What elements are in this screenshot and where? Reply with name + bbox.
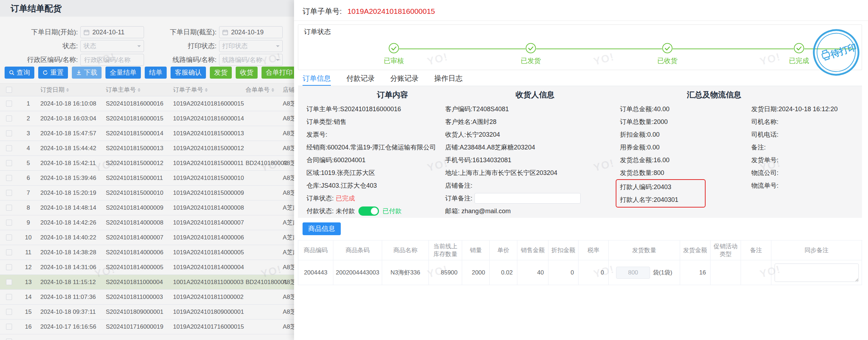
start-date-input[interactable] (80, 26, 144, 38)
settle-button[interactable]: 结单 (145, 67, 167, 79)
logistics-field: 发货单号: (751, 154, 861, 166)
end-date-input[interactable] (219, 26, 283, 38)
pay-status-toggle[interactable] (358, 206, 379, 216)
calendar-icon (222, 29, 228, 35)
tab-2[interactable]: 分账记录 (390, 73, 419, 86)
summary-field: 发货总数量:800 (620, 166, 747, 179)
table-row[interactable]: 72024-10-18 15:20:19S2024101815000010101… (0, 186, 294, 200)
table-row[interactable]: 32024-10-18 15:47:57S2024101815000014101… (0, 126, 294, 141)
row-checkbox[interactable] (0, 264, 18, 270)
table-row[interactable] (0, 334, 294, 340)
product-column-header: 税率 (579, 240, 609, 260)
table-row[interactable]: 92024-10-18 14:42:26S2024101814000008101… (0, 215, 294, 230)
tab-0[interactable]: 订单信息 (303, 73, 331, 86)
cell-main-no: S2024101811000004 (104, 279, 172, 286)
column-header-order-date[interactable]: 订货日期 (39, 86, 104, 94)
product-table: 商品编码商品条码商品名称当前线上库存数量销量单价销售金额折扣金额税率发货数量发货… (298, 240, 862, 285)
cell-sub-no: 1019A2024101815000012 (172, 145, 244, 152)
row-checkbox[interactable] (0, 279, 18, 285)
start-date-value[interactable] (92, 28, 141, 36)
cell-store-name: A芝麻 (281, 204, 294, 212)
sort-caret-icon[interactable] (205, 87, 208, 93)
table-row[interactable]: 162024-10-17 16:16:56S202410171600001910… (0, 319, 294, 334)
print-status-select[interactable]: 打印状态 (219, 40, 283, 52)
row-checkbox[interactable] (0, 145, 18, 151)
cell-store-name: A8芝麻 (281, 174, 294, 182)
cell-sub-no: 1019A2024101716000015 (172, 323, 244, 330)
district-input[interactable] (80, 54, 144, 66)
select-all-checkbox[interactable] (0, 87, 18, 93)
cell-sub-no: 1019A2024101815000011 (172, 160, 244, 167)
row-checkbox[interactable] (0, 339, 18, 340)
cell-row-index: 8 (18, 204, 39, 211)
service-confirm-button[interactable]: 客服确认 (171, 67, 206, 79)
search-button[interactable]: 查询 (5, 67, 34, 79)
merge-print-button[interactable]: 合单打印 (261, 67, 297, 79)
sort-caret-icon[interactable] (271, 87, 274, 93)
cell-row-index: 2 (18, 115, 39, 122)
order-content-field: 订单类型:销售 (306, 115, 444, 128)
column-header-store[interactable]: 店铺名称 (281, 86, 294, 94)
table-row[interactable]: 12024-10-18 16:10:08S2024101816000016101… (0, 96, 294, 111)
row-checkbox[interactable] (0, 115, 18, 121)
sub-order-label: 订单子单号: (303, 7, 342, 15)
sync-remark-textarea[interactable] (775, 264, 859, 282)
cell-product-name: N3海虾336 (382, 260, 429, 285)
sort-caret-icon[interactable] (66, 87, 69, 93)
ship-button[interactable]: 发货 (210, 67, 232, 79)
product-column-header: 同步备注 (771, 240, 862, 260)
row-checkbox[interactable] (0, 294, 18, 300)
table-row[interactable]: 42024-10-18 15:44:42S2024101815000013101… (0, 141, 294, 156)
table-row[interactable]: 22024-10-18 16:03:04S2024101816000015101… (0, 111, 294, 126)
column-header-main-no[interactable]: 订单主单号 (104, 86, 172, 94)
settle-all-button[interactable]: 全量结单 (105, 67, 141, 79)
download-button[interactable]: 下载 (72, 67, 102, 79)
sort-caret-icon[interactable] (138, 87, 140, 93)
product-info-button[interactable]: 商品信息 (303, 222, 341, 235)
cell-sub-no: 1019A2024101814000008 (172, 204, 244, 211)
reset-button[interactable]: 重置 (38, 67, 68, 79)
summary-left-column: 订单总金额:40.00订单总数量:2000折扣金额:0.00用券金额:0.00发… (620, 103, 747, 208)
cell-main-no: S2024101815000013 (104, 145, 172, 152)
receive-button[interactable]: 收货 (236, 67, 258, 79)
cell-order-date: 2024-10-18 15:47:57 (39, 130, 104, 137)
table-row[interactable]: 52024-10-18 15:42:11S2024101815000012101… (0, 156, 294, 171)
row-checkbox[interactable] (0, 130, 18, 136)
table-row[interactable]: 142024-10-18 11:07:36S202410181100000310… (0, 290, 294, 305)
logistics-field: 物流单号: (751, 179, 861, 192)
row-checkbox[interactable] (0, 220, 18, 226)
table-row[interactable]: 62024-10-18 15:39:46S2024101815000011101… (0, 171, 294, 186)
cell-order-date: 2024-10-18 14:42:26 (39, 219, 104, 226)
district-value[interactable] (84, 56, 141, 64)
table-row[interactable]: 102024-10-18 14:40:22S202410181400000710… (0, 230, 294, 245)
ship-qty-input[interactable]: 800 (616, 267, 650, 279)
order-remark-input[interactable] (475, 193, 581, 204)
row-checkbox[interactable] (0, 205, 18, 211)
tab-1[interactable]: 付款记录 (346, 73, 375, 86)
chevron-down-icon (276, 45, 280, 49)
cell-row-index: 7 (18, 189, 39, 197)
row-checkbox[interactable] (0, 324, 18, 330)
table-row[interactable]: 152024-10-18 09:37:11S202410180900000110… (0, 305, 294, 319)
cell-ship-qty: 800 袋(1袋) (609, 260, 680, 285)
column-header-merge-no[interactable]: 合单单号 (244, 86, 281, 94)
status-select[interactable]: 状态 (80, 40, 144, 52)
tab-3[interactable]: 操作日志 (434, 73, 462, 86)
table-row[interactable]: 132024-10-18 11:15:12S202410181100000410… (0, 275, 294, 290)
order-content-field: 经销商:600204.常温19-潭江仓储运输有限公司 (306, 141, 444, 154)
row-checkbox[interactable] (0, 234, 18, 240)
row-checkbox[interactable] (0, 309, 18, 315)
calendar-icon (84, 29, 90, 35)
row-checkbox[interactable] (0, 249, 18, 255)
route-select[interactable]: 线路编码/名称 (219, 54, 283, 66)
table-row[interactable]: 122024-10-18 14:31:06S202410181400000510… (0, 260, 294, 275)
row-checkbox[interactable] (0, 175, 18, 181)
row-checkbox[interactable] (0, 160, 18, 166)
table-row[interactable]: 82024-10-18 14:48:14S2024101814000009101… (0, 200, 294, 215)
column-header-sub-no[interactable]: 订单子单号 (172, 86, 244, 94)
table-row[interactable]: 112024-10-18 14:38:28S202410181400000610… (0, 245, 294, 260)
row-checkbox[interactable] (0, 101, 18, 107)
order-status-title: 订单状态 (304, 27, 331, 36)
end-date-value[interactable] (230, 28, 280, 36)
row-checkbox[interactable] (0, 190, 18, 196)
